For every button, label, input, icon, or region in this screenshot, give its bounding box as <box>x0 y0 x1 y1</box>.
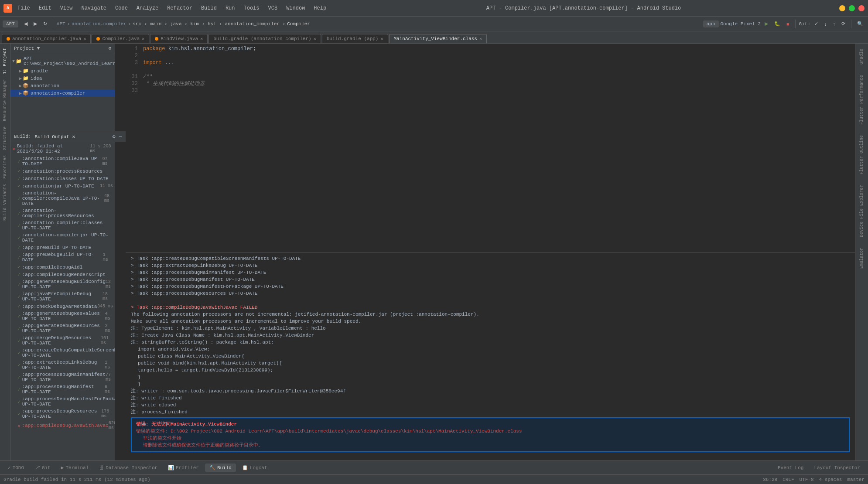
build-output-tab[interactable]: Build Output ✕ <box>33 134 77 140</box>
bottom-tab-database-inspector[interactable]: 🗄 Database Inspector <box>95 464 162 472</box>
build-item-12[interactable]: ✓ :app:generateDebugBuildConfig UP-TO-DA… <box>10 278 115 290</box>
menu-build[interactable]: Build <box>199 4 219 12</box>
build-item-20[interactable]: ✓ :app:processDebugMainManifest UP-TO-DA… <box>10 371 115 383</box>
status-vcs[interactable]: master <box>847 477 865 482</box>
maximize-button[interactable] <box>849 5 855 11</box>
tree-item-idea[interactable]: ▶ 📁 idea <box>10 75 115 82</box>
tab-bindview-java[interactable]: BindView.java ✕ <box>150 34 208 43</box>
menu-view[interactable]: View <box>58 4 75 12</box>
tab-gradle-app[interactable]: build.gradle (app) ✕ <box>322 34 388 43</box>
menu-file[interactable]: File <box>16 4 32 12</box>
build-item-19[interactable]: ✓ :app:extractDeepLinksDebug UP-TO-DATE … <box>10 359 115 371</box>
build-item-5[interactable]: ✓ :annotation-compiler:processResources <box>10 207 115 219</box>
right-tab-emulator[interactable]: Emulator <box>858 244 866 272</box>
menu-tools[interactable]: Tools <box>242 4 261 12</box>
toolbar-refresh[interactable]: ↻ <box>41 20 49 28</box>
menu-edit[interactable]: Edit <box>37 4 53 12</box>
build-item-9[interactable]: ✓ :app:preDebugBuild UP-TO-DATE 1 ms <box>10 251 115 263</box>
build-item-6[interactable]: ✓ :annotation-compiler:classes UP-TO-DAT… <box>10 219 115 232</box>
tab-annotation-compiler-java[interactable]: annotation_compiler.java ✕ <box>2 34 91 43</box>
bottom-tab-git[interactable]: ⎇ Git <box>30 464 55 472</box>
git-push[interactable]: ↑ <box>831 20 838 28</box>
sidebar-gear[interactable]: ⚙ <box>108 45 111 51</box>
run-button[interactable]: ▶ <box>762 20 770 28</box>
breadcrumb-file[interactable]: Compiler <box>287 21 310 27</box>
left-tab-favorites[interactable]: Favorites <box>1 153 9 181</box>
build-item-17[interactable]: ✓ :app:mergeDebugResources UP-TO-DATE 10… <box>10 334 115 347</box>
breadcrumb-path[interactable]: src › main › java › kim › hsl › annotati… <box>133 21 285 27</box>
right-tab-device-explorer[interactable]: Device File Explorer <box>858 181 866 241</box>
status-position[interactable]: 36:28 <box>763 477 777 482</box>
build-item-13[interactable]: ✓ :app:javaPreCompileDebug UP-TO-DATE 18… <box>10 290 115 303</box>
tab-close[interactable]: ✕ <box>142 36 144 41</box>
tab-close[interactable]: ✕ <box>314 36 316 41</box>
tree-item-annotation-compiler[interactable]: ▶ 📦 annotation-compiler <box>10 89 115 97</box>
menu-refactor[interactable]: Refactor <box>165 4 194 12</box>
git-update[interactable]: ↓ <box>822 20 829 28</box>
build-item-4[interactable]: ✓ :annotation-compiler:compileJava UP-TO… <box>10 190 115 207</box>
left-tab-resource-manager[interactable]: Resource Manager <box>1 77 9 124</box>
left-tab-structure[interactable]: Structure <box>1 124 9 153</box>
search-button[interactable]: 🔍 <box>855 20 865 28</box>
bottom-tab-todo[interactable]: ✓ TODO <box>3 464 28 472</box>
stop-button[interactable]: ■ <box>784 20 792 28</box>
tab-close[interactable]: ✕ <box>380 36 383 41</box>
build-item-0[interactable]: ✓ :annotation:compileJava UP-TO-DATE 97 … <box>10 155 115 167</box>
tab-close[interactable]: ✕ <box>83 36 86 41</box>
build-close-icon[interactable]: — <box>119 133 122 140</box>
build-item-16[interactable]: ✓ :app:generateDebugResources UP-TO-DATE… <box>10 322 115 334</box>
minimize-button[interactable] <box>839 5 845 11</box>
menu-run[interactable]: Run <box>224 4 237 12</box>
build-item-2[interactable]: ✓ :annotation:classes UP-TO-DATE <box>10 175 115 182</box>
build-item-21[interactable]: ✓ :app:processDebugManifest UP-TO-DATE 6… <box>10 383 115 395</box>
build-item-1[interactable]: ✓ :annotation:processResources <box>10 167 115 175</box>
status-crlf[interactable]: CRLF <box>783 477 794 482</box>
device-label[interactable]: Google Pixel 2 <box>721 21 761 27</box>
debug-button[interactable]: 🐛 <box>772 20 783 28</box>
build-item-15[interactable]: ✓ :app:generateDebugResValues UP-TO-DATE… <box>10 310 115 322</box>
build-item-23[interactable]: ✓ :app:processDebugResources UP-TO-DATE … <box>10 408 115 420</box>
build-item-7[interactable]: ✓ :annotation-compilerjar UP-TO-DATE <box>10 232 115 244</box>
tree-item-apt[interactable]: ▼ 📁 APT D:\002_Project\002_Android_Learn <box>10 55 115 67</box>
build-item-11[interactable]: ✓ :app:compileDebugRenderscript <box>10 271 115 278</box>
status-charset[interactable]: UTF-8 <box>800 477 814 482</box>
run-config[interactable]: app <box>707 21 715 27</box>
breadcrumb-apt[interactable]: APT <box>57 21 65 27</box>
bottom-tab-terminal[interactable]: ▶ Terminal <box>57 464 93 472</box>
menu-window[interactable]: Window <box>284 4 307 12</box>
tree-item-gradle[interactable]: ▶ 📁 gradle <box>10 67 115 75</box>
right-tab-flutter-perf[interactable]: Flutter Performance <box>858 72 866 128</box>
menu-code[interactable]: Code <box>113 4 130 12</box>
menu-help[interactable]: Help <box>312 4 328 12</box>
bottom-tab-profiler[interactable]: 📊 Profiler <box>164 464 203 472</box>
close-button[interactable] <box>858 5 865 11</box>
build-settings-icon[interactable]: ⚙ <box>113 133 116 140</box>
build-item-3[interactable]: ✓ :annotationjar UP-TO-DATE 11 ms <box>10 182 115 190</box>
left-tab-project[interactable]: 1: Project <box>1 45 9 77</box>
right-tab-flutter-outline[interactable]: Flutter Outline <box>858 132 866 178</box>
bottom-tab-build[interactable]: 🔨 Build <box>205 464 236 472</box>
menu-analyze[interactable]: Analyze <box>135 4 160 12</box>
build-status-header[interactable]: ✕ Build: failed at 2021/5/20 21:42 11 s … <box>10 142 115 155</box>
bottom-tab-layout-inspector[interactable]: Layout Inspector <box>810 464 865 472</box>
build-item-18[interactable]: ✓ :app:createDebugCompatibleScreenManife… <box>10 347 115 359</box>
git-check[interactable]: ✓ <box>812 20 820 28</box>
build-item-24[interactable]: ✕ :app:compileDebugJavaWithJavac 626 ms <box>10 420 115 431</box>
menu-navigate[interactable]: Navigate <box>79 4 108 12</box>
toolbar-back[interactable]: ◀ <box>22 20 30 28</box>
bottom-tab-logcat[interactable]: 📋 Logcat <box>238 464 272 472</box>
build-item-10[interactable]: ✓ :app:compileDebugAidl <box>10 263 115 271</box>
menu-vcs[interactable]: VCS <box>267 4 280 12</box>
toolbar-forward[interactable]: ▶ <box>31 20 39 28</box>
tab-viewbinder-class[interactable]: MainActivity_ViewBinder.class ✕ <box>389 34 487 43</box>
breadcrumb-module[interactable]: annotation-compiler <box>72 21 126 27</box>
build-item-22[interactable]: ✓ :app:processDebugManifestForPackage UP… <box>10 395 115 408</box>
tab-compiler-java[interactable]: Compiler.java ✕ <box>92 34 149 43</box>
tab-close[interactable]: ✕ <box>200 36 203 41</box>
tab-close[interactable]: ✕ <box>479 36 482 41</box>
build-item-8[interactable]: ✓ :app:preBuild UP-TO-DATE <box>10 244 115 251</box>
left-tab-build-variants[interactable]: Build Variants <box>1 181 9 223</box>
bottom-tab-event-log[interactable]: Event Log <box>773 464 808 472</box>
build-item-14[interactable]: ✓ :app:checkDebugAarMetadata 345 ms <box>10 303 115 310</box>
tab-gradle-annotation[interactable]: build.gradle (annotation-compiler) ✕ <box>208 34 321 43</box>
